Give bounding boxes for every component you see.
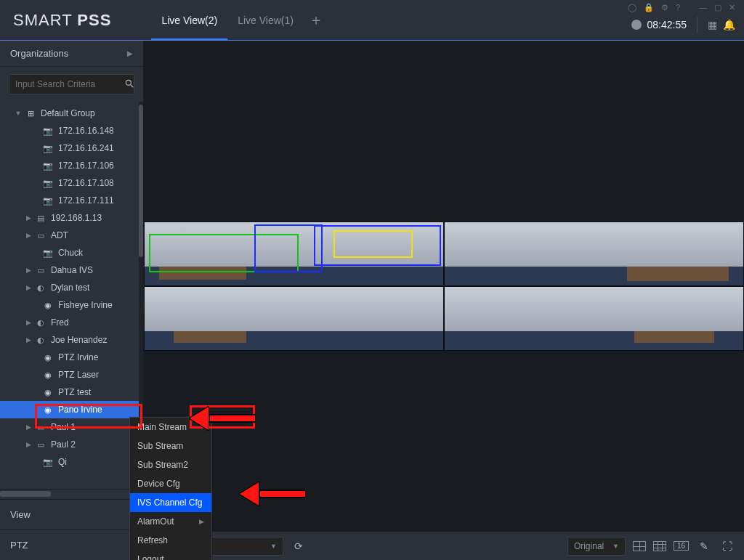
tree-item[interactable]: ▶▭Paul 1 (0, 418, 143, 436)
view-panel-header[interactable]: View (0, 499, 143, 529)
tree-item[interactable]: ▶▤192.168.1.13 (0, 209, 143, 227)
fullscreen-icon[interactable]: ⛶ (719, 540, 735, 552)
tree-item[interactable]: ▶◐Joe Henandez (0, 331, 143, 349)
edit-icon[interactable]: ✎ (696, 540, 712, 552)
context-menu-item[interactable]: Refresh (130, 531, 211, 550)
tree-scrollbar-thumb[interactable] (139, 105, 143, 257)
video-tile-2[interactable] (444, 222, 744, 286)
aspect-value: Original (574, 541, 604, 551)
video-tile-4[interactable] (444, 286, 744, 351)
organizations-label: Organizations (10, 48, 68, 59)
tree-item[interactable]: 📷172.16.17.106 (0, 157, 143, 174)
refresh-icon[interactable]: ⟳ (291, 540, 307, 552)
tree-item[interactable]: ◉Pano Irvine (0, 401, 143, 418)
grid-9-icon[interactable] (653, 541, 666, 551)
chevron-right-icon: ▶ (127, 49, 133, 57)
titlebar: SMART PSS Live View(2) Live View(1) ＋ ◯ … (0, 0, 744, 40)
organizations-header[interactable]: Organizations ▶ (0, 41, 143, 67)
tree-item[interactable]: 📷172.16.16.148 (0, 122, 143, 139)
tree-item[interactable]: ▶◐Dylan test (0, 279, 143, 296)
tree-item[interactable]: 📷172.16.17.111 (0, 192, 143, 209)
tree-hscroll[interactable] (0, 489, 143, 499)
ptz-panel-header[interactable]: PTZ (0, 529, 143, 560)
context-menu-item[interactable]: Sub Stream (130, 437, 211, 455)
aspect-dropdown[interactable]: Original ▼ (567, 537, 626, 556)
ivs-overlay-box (333, 230, 413, 258)
tree-item[interactable]: ▶◐Fred (0, 314, 143, 331)
bottom-toolbar: ▼ ⟳ Original ▼ 16 ✎ ⛶ (144, 531, 744, 560)
context-menu-item[interactable]: Sub Stream2 (130, 455, 211, 474)
tree-item[interactable]: ◉Fisheye Irvine (0, 296, 143, 314)
grid-16-button[interactable]: 16 (674, 541, 689, 551)
add-tab-button[interactable]: ＋ (304, 0, 328, 40)
tree-hscroll-thumb[interactable] (0, 491, 51, 497)
tree-root[interactable]: ▼⊞Default Group (0, 105, 143, 122)
tree-item[interactable]: ▶▭Paul 2 (0, 436, 143, 453)
chevron-down-icon: ▼ (270, 543, 277, 550)
tree-item[interactable]: 📷Qi (0, 453, 143, 471)
context-menu: Main StreamSub StreamSub Stream2Device C… (129, 417, 212, 560)
context-menu-item[interactable]: Main Stream (130, 418, 211, 437)
tree-item[interactable]: 📷Chuck (0, 244, 143, 261)
grid-4-icon[interactable] (633, 541, 646, 551)
viewport: ▼ ⟳ Original ▼ 16 ✎ ⛶ (144, 41, 744, 560)
clock-text: 08:42:55 (647, 19, 687, 31)
search-box[interactable] (9, 74, 134, 94)
search-input[interactable] (15, 79, 124, 89)
bell-icon[interactable]: 🔔 (723, 19, 735, 31)
search-icon[interactable] (124, 78, 134, 91)
tab-strip: Live View(2) Live View(1) ＋ (151, 0, 328, 40)
context-menu-item[interactable]: IVS Channel Cfg (130, 493, 211, 512)
tree-item[interactable]: ▶▭Dahua IVS (0, 261, 143, 279)
context-menu-item[interactable]: AlarmOut▶ (130, 512, 211, 531)
status-dot-icon (631, 20, 642, 30)
tab-liveview-2[interactable]: Live View(2) (151, 0, 227, 40)
device-tree: ▼⊞Default Group📷172.16.16.148📷172.16.16.… (0, 102, 143, 489)
ivs-overlay-box (254, 224, 323, 272)
context-menu-item[interactable]: Logout (130, 550, 211, 560)
tree-item[interactable]: ◉PTZ Laser (0, 366, 143, 384)
tree-item[interactable]: 📷172.16.16.241 (0, 139, 143, 157)
tree-item[interactable]: ◉PTZ Irvine (0, 349, 143, 366)
svg-line-1 (131, 84, 134, 87)
video-tile-3[interactable] (144, 286, 444, 351)
tab-liveview-1[interactable]: Live View(1) (227, 0, 304, 40)
video-grid[interactable] (144, 41, 744, 531)
chevron-down-icon: ▼ (612, 543, 619, 550)
context-menu-item[interactable]: Device Cfg (130, 474, 211, 493)
tree-item[interactable]: ▶▭ADT (0, 227, 143, 244)
cpu-icon[interactable]: ▦ (708, 19, 717, 31)
svg-point-0 (126, 80, 131, 85)
clock-area: 08:42:55 ▦ 🔔 (631, 17, 736, 33)
sidebar: Organizations ▶ ▼⊞Default Group📷172.16.1… (0, 41, 144, 560)
app-logo: SMART PSS (13, 11, 111, 30)
tree-item[interactable]: ◉PTZ test (0, 384, 143, 401)
tree-item[interactable]: 📷172.16.17.108 (0, 174, 143, 192)
